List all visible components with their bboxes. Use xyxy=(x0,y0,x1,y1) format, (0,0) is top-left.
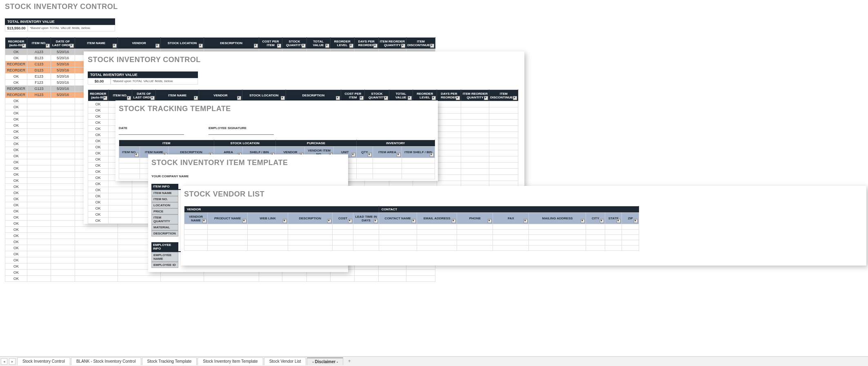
filter-icon[interactable] xyxy=(70,44,74,48)
filter-icon[interactable] xyxy=(113,44,117,48)
col-header[interactable]: TOTAL VALUE xyxy=(389,90,413,101)
filter-icon[interactable] xyxy=(368,153,372,157)
col-header[interactable]: DAYS PER REORDER xyxy=(354,38,378,49)
col-header[interactable]: DATE OF LAST ORDER xyxy=(132,90,156,101)
filter-icon[interactable] xyxy=(634,219,638,223)
col-header[interactable]: STOCK LOCATION xyxy=(242,90,286,101)
col-header[interactable]: STOCK QUANTITY xyxy=(365,90,389,101)
filter-icon[interactable] xyxy=(401,44,405,48)
filter-icon[interactable] xyxy=(430,153,434,157)
col-header[interactable]: WEB LINK xyxy=(248,213,288,224)
col-header[interactable]: EMAIL ADDRESS xyxy=(417,213,457,224)
sheet-tab[interactable]: - Disclaimer - xyxy=(307,357,343,365)
sheet-tab[interactable]: Stock Tracking Template xyxy=(142,357,197,365)
filter-icon[interactable] xyxy=(581,219,585,223)
tab-prev-icon[interactable]: ◂ xyxy=(1,358,7,365)
filter-icon[interactable] xyxy=(513,96,517,100)
col-header[interactable]: QTY xyxy=(356,147,373,158)
filter-icon[interactable] xyxy=(127,96,131,100)
col-header[interactable]: ITEM NAME xyxy=(75,38,118,49)
filter-icon[interactable] xyxy=(135,153,139,157)
filter-icon[interactable] xyxy=(194,96,198,100)
col-header[interactable]: ITEM DISCONTINUED? xyxy=(406,38,435,49)
filter-icon[interactable] xyxy=(488,219,492,223)
col-header[interactable]: STOCK QUANTITY xyxy=(282,38,306,49)
filter-icon[interactable] xyxy=(484,96,488,100)
filter-icon[interactable] xyxy=(327,219,331,223)
filter-icon[interactable] xyxy=(374,219,378,223)
col-header[interactable]: DESCRIPTION xyxy=(204,38,259,49)
filter-icon[interactable] xyxy=(600,219,604,223)
filter-icon[interactable] xyxy=(254,44,258,48)
filter-icon[interactable] xyxy=(283,219,287,223)
filter-icon[interactable] xyxy=(384,96,388,100)
filter-icon[interactable] xyxy=(430,44,434,48)
col-header[interactable]: ITEM SHELF / BIN xyxy=(402,147,435,158)
col-header[interactable]: DESCRIPTION xyxy=(286,90,341,101)
col-header[interactable]: ITEM REORDER QUANTITY xyxy=(461,90,489,101)
table-row[interactable] xyxy=(184,245,639,251)
col-header[interactable]: VENDOR xyxy=(199,90,242,101)
col-header[interactable]: REORDER LEVEL xyxy=(413,90,437,101)
filter-icon[interactable] xyxy=(617,219,621,223)
col-header[interactable]: LEAD TIME IN DAYS xyxy=(353,213,379,224)
table-row[interactable]: OK xyxy=(5,276,435,282)
col-header[interactable]: REORDER LEVEL xyxy=(330,38,354,49)
col-header[interactable]: VENDOR NAME xyxy=(184,213,208,224)
col-header[interactable]: STATE xyxy=(605,213,622,224)
col-header[interactable]: DAYS PER REORDER xyxy=(437,90,461,101)
new-sheet-icon[interactable]: + xyxy=(346,358,353,365)
col-header[interactable]: PHONE xyxy=(457,213,493,224)
col-header[interactable]: VENDOR xyxy=(118,38,160,49)
filter-icon[interactable] xyxy=(281,96,285,100)
col-header[interactable]: REORDER (auto-fill) xyxy=(5,38,27,49)
col-header[interactable]: FAX xyxy=(493,213,529,224)
filter-icon[interactable] xyxy=(199,44,203,48)
sheet-tab[interactable]: Stock Inventory Item Template xyxy=(198,357,263,365)
filter-icon[interactable] xyxy=(348,219,352,223)
col-header[interactable]: MAILING ADDRESS xyxy=(529,213,586,224)
col-header[interactable]: ITEM NAME xyxy=(156,90,199,101)
filter-icon[interactable] xyxy=(456,96,460,100)
filter-icon[interactable] xyxy=(202,219,206,223)
sheet-tab[interactable]: Stock Inventory Control xyxy=(17,357,70,365)
filter-icon[interactable] xyxy=(155,44,160,48)
col-header[interactable]: DESCRIPTION xyxy=(288,213,332,224)
col-header[interactable]: ZIP xyxy=(622,213,639,224)
filter-icon[interactable] xyxy=(373,44,377,48)
filter-icon[interactable] xyxy=(46,44,50,48)
col-header[interactable]: ITEM NO. xyxy=(108,90,132,101)
p3-date-field[interactable] xyxy=(119,130,184,135)
sheet-tab[interactable]: Stock Vendor List xyxy=(264,357,306,365)
col-header[interactable]: COST PER ITEM xyxy=(259,38,282,49)
col-header[interactable]: TOTAL VALUE xyxy=(306,38,330,49)
filter-icon[interactable] xyxy=(408,96,412,100)
filter-icon[interactable] xyxy=(151,96,155,100)
filter-icon[interactable] xyxy=(277,44,281,48)
filter-icon[interactable] xyxy=(412,219,416,223)
sheet-tab[interactable]: BLANK - Stock Inventory Control xyxy=(71,357,141,365)
table-row[interactable] xyxy=(184,235,639,240)
col-header[interactable]: COST xyxy=(332,213,353,224)
filter-icon[interactable] xyxy=(336,96,340,100)
col-header[interactable]: CITY xyxy=(586,213,605,224)
col-header[interactable]: DATE OF LAST ORDER xyxy=(51,38,75,49)
filter-icon[interactable] xyxy=(237,96,241,100)
filter-icon[interactable] xyxy=(302,44,306,48)
filter-icon[interactable] xyxy=(360,96,364,100)
col-header[interactable]: REORDER (auto-fill) xyxy=(88,90,109,101)
filter-icon[interactable] xyxy=(22,44,26,48)
col-header[interactable]: ITEM REORDER QUANTITY xyxy=(378,38,406,49)
col-header[interactable]: ITEM AREA xyxy=(373,147,402,158)
filter-icon[interactable] xyxy=(351,153,355,157)
col-header[interactable]: PRODUCT NAME xyxy=(207,213,247,224)
filter-icon[interactable] xyxy=(452,219,456,223)
col-header[interactable]: ITEM NO. xyxy=(27,38,51,49)
col-header[interactable]: COST PER ITEM xyxy=(341,90,365,101)
filter-icon[interactable] xyxy=(349,44,353,48)
col-header[interactable]: STOCK LOCATION xyxy=(160,38,204,49)
filter-icon[interactable] xyxy=(432,96,436,100)
filter-icon[interactable] xyxy=(325,44,329,48)
col-header[interactable]: ITEM NO. xyxy=(119,147,140,158)
col-header[interactable]: ITEM DISCONTINUED? xyxy=(489,90,518,101)
